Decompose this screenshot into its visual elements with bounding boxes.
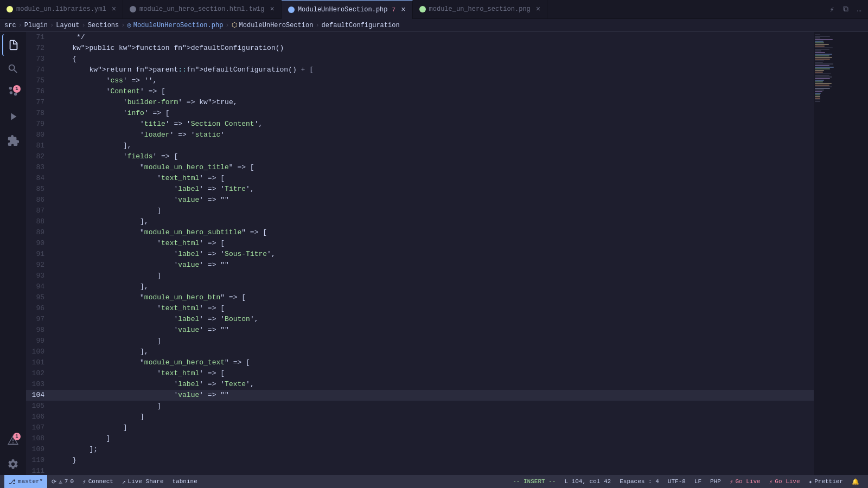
minimap-line (815, 85, 829, 86)
tab-close-php[interactable]: × (401, 5, 405, 14)
tab-png[interactable]: module_un_hero_section.png × (413, 0, 548, 19)
tab-php[interactable]: ModuleUnHeroSection.php 7 × (282, 0, 413, 19)
activity-warning[interactable]: 1 (2, 429, 24, 451)
status-connect[interactable]: ⚡ Connect (78, 475, 118, 488)
status-notifications[interactable]: 🔔 (847, 475, 864, 488)
line-content: 'label' => 'Bouton', (53, 314, 814, 325)
split-editor-icon[interactable]: ⧉ (841, 4, 851, 15)
status-encoding[interactable]: UTF-8 (663, 475, 690, 488)
line-number: 94 (26, 281, 53, 292)
line-number: 88 (26, 216, 53, 227)
go-live-icon: ⚡ (730, 478, 733, 485)
activity-explorer[interactable] (2, 34, 24, 56)
activity-source-control[interactable]: 1 (2, 82, 24, 104)
line-content: 'value' => "" (53, 195, 814, 206)
breadcrumb-sections[interactable]: Sections (88, 22, 119, 29)
sync-icon: ⟳ (52, 478, 56, 485)
breadcrumb-class[interactable]: ModuleUnHeroSection (239, 22, 314, 29)
status-go-live[interactable]: ⚡ Go Live (725, 475, 765, 488)
line-number: 85 (26, 184, 53, 195)
status-go-live2[interactable]: ⚡ Go Live (765, 475, 805, 488)
status-prettier[interactable]: ✦ Prettier (805, 475, 847, 488)
line-content: ], (53, 216, 814, 227)
table-row: 77 'builder-form' => kw">true, (26, 97, 814, 108)
minimap-line (815, 93, 821, 94)
line-content: 'label' => 'Sous-Titre', (53, 249, 814, 260)
line-content: } (53, 455, 814, 466)
minimap-line (815, 70, 824, 71)
breadcrumb-plugin[interactable]: Plugin (24, 22, 48, 29)
line-number: 84 (26, 173, 53, 184)
line-number: 97 (26, 314, 53, 325)
status-line-ending[interactable]: LF (690, 475, 706, 488)
tab-bar: module_un.libraries.yml × module_un_hero… (0, 0, 868, 19)
warning-count: 0 (70, 478, 74, 485)
activity-settings[interactable] (2, 453, 24, 475)
table-row: 79 'title' => 'Section Content', (26, 119, 814, 130)
status-git-branch[interactable]: ⎇ master* (4, 475, 47, 488)
status-language[interactable]: PHP (706, 475, 725, 488)
table-row: 85 'label' => 'Titre', (26, 184, 814, 195)
line-number: 89 (26, 227, 53, 238)
line-content: ] (53, 206, 814, 216)
activity-run[interactable] (2, 106, 24, 127)
breadcrumb-src[interactable]: src (4, 22, 16, 29)
status-bar: ⎇ master* ⟳ ⚠ 7 0 ⚡ Connect ↗ Live Share… (0, 475, 868, 488)
tab-actions: ⚡ ⧉ … (823, 4, 868, 15)
minimap-line (815, 96, 820, 97)
tab-libraries[interactable]: module_un.libraries.yml × (0, 0, 123, 19)
table-row: 105 ] (26, 401, 814, 412)
minimap-line (815, 83, 832, 84)
table-row: 75 'css' => '', (26, 75, 814, 86)
tab-twig[interactable]: module_un_hero_section.html.twig × (123, 0, 282, 19)
line-content: 'value' => "" (53, 260, 814, 271)
line-number: 90 (26, 238, 53, 249)
minimap-line (815, 65, 829, 66)
more-actions-icon[interactable]: … (855, 4, 864, 15)
table-row: 90 'text_html' => [ (26, 238, 814, 249)
tab-close-twig[interactable]: × (270, 5, 274, 14)
breadcrumb-layout[interactable]: Layout (56, 22, 79, 29)
activity-extensions[interactable] (2, 130, 24, 151)
line-content: kw">return fn">parent::fn">defaultConfig… (53, 65, 814, 75)
liveshare-icon: ↗ (122, 478, 126, 485)
table-row: 106 ] (26, 412, 814, 422)
line-content: 'text_html' => [ (53, 368, 814, 379)
status-tabnine[interactable]: tabnine (168, 475, 202, 488)
status-errors[interactable]: ⟳ ⚠ 7 0 (47, 475, 78, 488)
table-row: 95 "module_un_hero_btn" => [ (26, 292, 814, 303)
tab-close-png[interactable]: × (536, 5, 540, 14)
minimap-line (815, 52, 825, 53)
breadcrumb-method[interactable]: defaultConfiguration (322, 22, 400, 29)
table-row: 87 ] (26, 206, 814, 216)
error-count: 7 (65, 478, 68, 485)
remote-icon[interactable]: ⚡ (827, 4, 836, 15)
table-row: 93 ] (26, 271, 814, 281)
activity-search[interactable] (2, 58, 24, 80)
table-row: 83 "module_un_hero_title" => [ (26, 162, 814, 173)
table-row: 94 ], (26, 281, 814, 292)
minimap-line (815, 86, 832, 87)
table-row: 74 kw">return fn">parent::fn">defaultCon… (26, 65, 814, 75)
language-label: PHP (710, 478, 721, 485)
tabnine-label: tabnine (173, 478, 197, 485)
status-spaces[interactable]: Espaces : 4 (615, 475, 663, 488)
line-number: 82 (26, 151, 53, 162)
line-content: 'label' => 'Titre', (53, 184, 814, 195)
breadcrumb-file-icon: ◎ (127, 21, 131, 29)
minimap-line (815, 72, 823, 73)
line-number: 72 (26, 43, 53, 54)
minimap-line (815, 99, 820, 100)
minimap-line (815, 94, 820, 95)
status-liveshare[interactable]: ↗ Live Share (118, 475, 168, 488)
line-content: "module_un_hero_title" => [ (53, 162, 814, 173)
line-number: 80 (26, 130, 53, 140)
breadcrumb-file[interactable]: ModuleUnHeroSection.php (133, 22, 224, 29)
breadcrumb-sep3: › (81, 22, 85, 29)
status-cursor[interactable]: L 104, col 42 (560, 475, 615, 488)
line-number: 107 (26, 422, 53, 433)
code-editor[interactable]: 71 */72 kw">public kw">function fn">defa… (26, 32, 814, 475)
tab-close-libraries[interactable]: × (112, 5, 116, 14)
line-content: 'text_html' => [ (53, 173, 814, 184)
minimap-line (815, 63, 833, 65)
